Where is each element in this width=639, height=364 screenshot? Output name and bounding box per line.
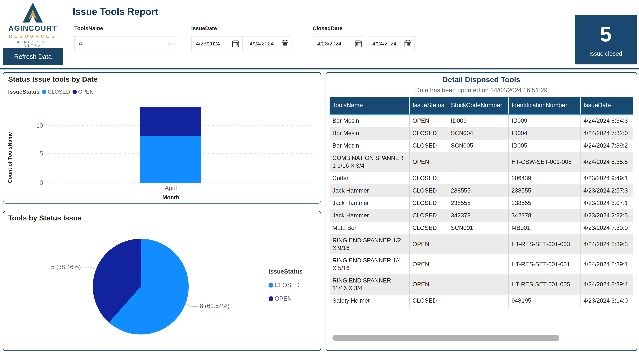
closed-legend-dot-icon bbox=[42, 90, 46, 94]
table-cell: 4/24/2024 8:39:1 bbox=[580, 254, 633, 274]
table-row[interactable]: Bor MesinCLOSEDSCN004ID0044/24/2024 7:32… bbox=[330, 127, 633, 140]
legend-label-closed: CLOSED bbox=[48, 89, 70, 95]
y-tick-10: 10 bbox=[32, 122, 43, 129]
pie-legend-label-open: OPEN bbox=[275, 295, 292, 302]
disposed-tools-table: ToolsName IssueStatus StockCodeNumber Id… bbox=[330, 97, 633, 307]
table-cell: Bor Mesin bbox=[330, 140, 409, 152]
table-cell: 206439 bbox=[509, 172, 580, 184]
table-row[interactable]: Jack HammerCLOSED2385552385554/23/2024 3… bbox=[330, 197, 633, 209]
table-cell: COMBINATION SPANNER 1 1/16 X 3/4 bbox=[330, 152, 409, 172]
header-divider-shadow bbox=[0, 69, 639, 70]
pie-chart-panel: Tools by Status Issue 5 (38.46%) 8 (61.5… bbox=[3, 211, 321, 351]
closeddate-to-input[interactable]: 4/24/2024 bbox=[368, 36, 415, 51]
legend-item-closed[interactable]: CLOSED bbox=[42, 89, 70, 95]
header-divider bbox=[0, 68, 639, 69]
table-row[interactable]: RING END SPANNER 1/2 X 9/16OPENHT-RES-SE… bbox=[330, 234, 633, 254]
col-header-stockcodenumber[interactable]: StockCodeNumber bbox=[448, 97, 509, 114]
calendar-icon[interactable] bbox=[355, 40, 362, 48]
table-cell: 4/23/2024 3:07:1 bbox=[580, 197, 633, 209]
table-cell: 4/24/2024 8:34:3 bbox=[580, 114, 633, 127]
table-cell: 238555 bbox=[448, 184, 509, 197]
pie-legend-item-closed[interactable]: CLOSED bbox=[269, 282, 303, 288]
table-cell: HT-RES-SET-001-001 bbox=[509, 254, 580, 274]
table-cell: 4/23/2024 7:30:0 bbox=[580, 222, 633, 234]
table-row[interactable]: Jack HammerCLOSED3423783423784/23/2024 2… bbox=[330, 209, 633, 222]
pie-legend-title: IssueStatus bbox=[269, 268, 303, 275]
table-cell: CLOSED bbox=[409, 222, 448, 234]
table-cell: RING END SPANNER 11/16 X 3/4 bbox=[330, 274, 409, 294]
bar-segment-open[interactable] bbox=[140, 107, 201, 136]
table-cell: Jack Hammer bbox=[330, 197, 409, 209]
refresh-data-button[interactable]: Refresh Data bbox=[3, 48, 63, 66]
table-cell: Jack Hammer bbox=[330, 209, 409, 222]
table-row[interactable]: Mata BorCLOSEDSCN001MB0014/23/2024 7:30:… bbox=[330, 222, 633, 234]
table-row[interactable]: Safety HelmetCLOSED9481954/23/2024 3:14:… bbox=[330, 294, 633, 307]
closeddate-from-input[interactable]: 4/23/2024 bbox=[313, 36, 365, 51]
pie-data-label-open: 5 (38.46%) bbox=[40, 264, 81, 270]
col-header-issuedate[interactable]: IssueDate bbox=[580, 97, 633, 114]
horizontal-scrollbar[interactable] bbox=[332, 335, 559, 341]
table-cell bbox=[448, 254, 509, 274]
table-cell: Cutter bbox=[330, 172, 409, 184]
table-cell: OPEN bbox=[409, 254, 448, 274]
col-header-toolsname[interactable]: ToolsName bbox=[330, 97, 409, 114]
bar-plot-area: 10 5 0 bbox=[47, 106, 315, 183]
table-row[interactable]: Bor MesinCLOSEDSCN005ID0054/24/2024 7:39… bbox=[330, 140, 633, 152]
mountain-logo-icon bbox=[22, 2, 44, 23]
open-legend-dot-icon bbox=[73, 90, 77, 94]
table-row[interactable]: Jack HammerCLOSED2385552385554/23/2024 2… bbox=[330, 184, 633, 197]
issuedate-to-input[interactable]: 4/24/2024 bbox=[245, 36, 292, 51]
table-title: Detail Disposed Tools bbox=[326, 75, 636, 84]
kpi-card-issue-closed: 5 Issue closed bbox=[575, 15, 637, 64]
stacked-bar-april[interactable] bbox=[140, 107, 201, 183]
col-header-identificationnumber[interactable]: IdentificationNumber bbox=[509, 97, 580, 114]
table-cell: CLOSED bbox=[409, 294, 448, 307]
table-cell: SCN005 bbox=[448, 140, 509, 152]
closeddate-filter-label: ClosedDate bbox=[313, 25, 342, 32]
table-cell bbox=[448, 172, 509, 184]
issuedate-from-input[interactable]: 4/23/2024 bbox=[191, 36, 243, 51]
table-cell: HT-RES-SET-001-005 bbox=[509, 274, 580, 294]
table-cell: OPEN bbox=[409, 234, 448, 254]
pie-data-label-closed: 8 (61.54%) bbox=[200, 302, 230, 310]
table-cell: CLOSED bbox=[409, 172, 448, 184]
kpi-value: 5 bbox=[575, 22, 637, 46]
toolsname-dropdown[interactable]: All bbox=[74, 36, 177, 51]
bar-segment-closed[interactable] bbox=[140, 136, 201, 183]
chevron-down-icon bbox=[167, 40, 172, 45]
closeddate-to-value: 4/24/2024 bbox=[372, 40, 396, 47]
table-cell: OPEN bbox=[409, 114, 448, 127]
table-cell: 4/24/2024 8:35:5 bbox=[580, 152, 633, 172]
bar-chart-panel: Status Issue tools by Date IssueStatus C… bbox=[3, 72, 321, 204]
table-cell: 4/23/2024 3:14:0 bbox=[580, 294, 633, 307]
bar-chart-legend: IssueStatus CLOSED OPEN bbox=[8, 88, 94, 95]
table-cell: SCN001 bbox=[448, 222, 509, 234]
table-row[interactable]: RING END SPANNER 1/4 X 5/16OPENHT-RES-SE… bbox=[330, 254, 633, 274]
table-cell: RING END SPANNER 1/2 X 9/16 bbox=[330, 234, 409, 254]
table-cell: 238555 bbox=[509, 197, 580, 209]
table-row[interactable]: Bor MesinOPENID009ID0094/24/2024 8:34:3 bbox=[330, 114, 633, 127]
bar-legend-title: IssueStatus bbox=[8, 88, 40, 95]
issuedate-from-value: 4/23/2024 bbox=[196, 40, 220, 47]
table-cell: SCN004 bbox=[448, 127, 509, 140]
pie-legend-item-open[interactable]: OPEN bbox=[269, 295, 303, 302]
legend-item-open[interactable]: OPEN bbox=[73, 89, 93, 95]
calendar-icon[interactable] bbox=[281, 40, 289, 48]
col-header-issuestatus[interactable]: IssueStatus bbox=[409, 97, 448, 114]
table-row[interactable]: RING END SPANNER 11/16 X 3/4OPENHT-RES-S… bbox=[330, 274, 633, 294]
issuedate-to-value: 4/24/2024 bbox=[250, 40, 274, 47]
pie-chart[interactable] bbox=[93, 239, 189, 334]
kpi-label: Issue closed bbox=[575, 50, 637, 57]
table-cell: CLOSED bbox=[409, 197, 448, 209]
table-cell: ID005 bbox=[509, 140, 580, 152]
calendar-icon[interactable] bbox=[232, 40, 239, 48]
pie-chart-legend: IssueStatus CLOSED OPEN bbox=[269, 268, 303, 302]
table-row[interactable]: COMBINATION SPANNER 1 1/16 X 3/4OPENHT-C… bbox=[330, 152, 633, 172]
bar-x-axis-title: Month bbox=[155, 194, 187, 200]
table-row[interactable]: CutterCLOSED2064394/23/2024 9:49:1 bbox=[330, 172, 633, 184]
detail-table-panel: Detail Disposed Tools Data has been upda… bbox=[326, 72, 637, 351]
table-cell: 342378 bbox=[509, 209, 580, 222]
table-cell: HT-RES-SET-001-003 bbox=[509, 234, 580, 254]
calendar-icon[interactable] bbox=[404, 40, 411, 48]
table-cell: Bor Mesin bbox=[330, 127, 409, 140]
